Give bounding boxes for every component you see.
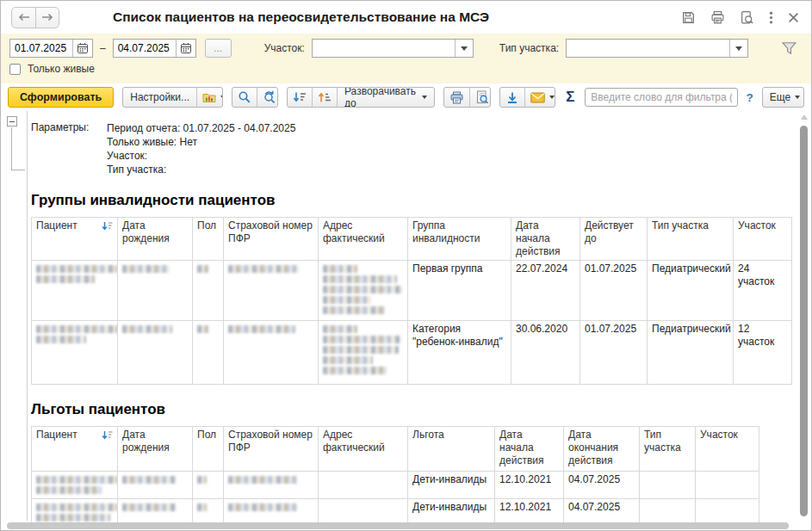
parameter-line: Только живые: Нет	[107, 135, 295, 149]
forward-button[interactable]	[35, 8, 59, 28]
cell-snils-redacted	[224, 321, 319, 385]
find-button[interactable]	[232, 88, 257, 107]
expand-all-button[interactable]	[312, 88, 337, 107]
period-more-button[interactable]: ...	[205, 39, 232, 58]
window-menu-button[interactable]	[769, 10, 773, 25]
printer-icon	[449, 91, 464, 104]
date-to-calendar-button[interactable]	[176, 40, 195, 57]
horizontal-scrollbar[interactable]	[3, 522, 796, 530]
expand-group: Разворачивать до	[287, 87, 435, 108]
date-from-calendar-button[interactable]	[72, 40, 92, 57]
disability-groups-table: Пациент Дата рождения Пол Страховой номе…	[31, 217, 792, 385]
settings-button[interactable]: Настройки...	[123, 88, 196, 107]
area-dropdown-button[interactable]	[455, 40, 472, 57]
parameter-line: Участок:	[107, 149, 295, 163]
table-header-row: Пациент Дата рождения Пол Страховой номе…	[32, 427, 759, 472]
arrow-right-icon	[41, 13, 53, 22]
table-row: Первая группа 22.07.2024 01.07.2025 Педи…	[32, 261, 792, 321]
print-group	[443, 87, 491, 108]
email-icon	[530, 92, 545, 103]
print-preview-button[interactable]	[469, 88, 491, 107]
cell-birthdate-redacted	[118, 472, 193, 499]
expand-to-button[interactable]: Разворачивать до	[337, 88, 434, 107]
col-header: Действует до	[580, 218, 648, 261]
date-to-field	[113, 39, 196, 58]
filter-settings-button[interactable]	[781, 41, 797, 55]
vertical-scrollbar-thumb[interactable]	[800, 126, 808, 516]
more-button[interactable]: Еще	[763, 88, 804, 107]
area-type-input[interactable]	[567, 40, 729, 57]
autosum-button[interactable]: Σ	[564, 89, 576, 106]
cell-valid-to: 01.07.2025	[580, 321, 648, 385]
close-icon	[788, 12, 799, 23]
save-file-button[interactable]	[500, 88, 524, 107]
sort-ascending-icon	[102, 430, 113, 440]
col-header: Группа инвалидности	[408, 218, 511, 261]
cell-area-type: Педиатрический	[648, 321, 734, 385]
area-input[interactable]	[313, 40, 456, 57]
printer-icon	[710, 10, 725, 25]
area-combo	[312, 39, 474, 58]
cell-valid-from: 30.06.2020	[511, 321, 580, 385]
print-report-button[interactable]	[444, 88, 469, 107]
cell-address-redacted	[319, 321, 408, 385]
quick-filter-input[interactable]	[585, 88, 737, 107]
save-button[interactable]	[681, 10, 696, 25]
save-icon	[681, 10, 696, 25]
vertical-scrollbar[interactable]	[799, 113, 809, 520]
parameters-label: Параметры:	[31, 121, 107, 176]
col-header: Адрес фактический	[319, 427, 408, 472]
more-group: Еще	[762, 87, 804, 108]
more-label: Еще	[770, 91, 790, 103]
report-toolbar: Сформировать Настройки... Р	[1, 83, 811, 111]
cell-address-empty	[319, 472, 408, 499]
preview-icon	[740, 10, 754, 25]
funnel-icon	[781, 41, 797, 55]
report-window: Список пациентов на переосвидетельствова…	[0, 0, 812, 531]
cell-area	[696, 472, 759, 499]
help-button[interactable]: ?	[747, 91, 753, 104]
expand-rows-icon	[318, 91, 332, 103]
report-variants-button[interactable]	[196, 88, 223, 107]
chevron-down-icon	[422, 96, 427, 99]
find-next-button[interactable]	[257, 88, 278, 107]
area-type-label: Тип участка:	[499, 42, 559, 54]
generate-button[interactable]: Сформировать	[8, 87, 114, 108]
collapse-all-button[interactable]	[288, 88, 312, 107]
only-alive-checkbox[interactable]	[9, 64, 21, 75]
collapse-rows-icon	[293, 91, 307, 103]
close-button[interactable]	[788, 12, 799, 23]
col-header: Пол	[193, 427, 224, 472]
date-range-separator: –	[100, 42, 106, 54]
download-icon	[505, 91, 519, 104]
send-email-button[interactable]	[524, 88, 555, 107]
date-from-input[interactable]	[10, 40, 72, 57]
cell-area-type: Педиатрический	[648, 261, 734, 321]
group-tree-corner	[11, 170, 25, 170]
back-button[interactable]	[12, 8, 35, 28]
col-header: Дата окончания действия	[564, 427, 640, 472]
area-type-dropdown-button[interactable]	[729, 40, 747, 57]
date-to-input[interactable]	[114, 40, 176, 57]
report-parameters: Параметры: Период отчета: 01.07.2025 - 0…	[31, 111, 785, 176]
preview-button[interactable]	[740, 10, 754, 25]
horizontal-scrollbar-thumb[interactable]	[7, 522, 789, 529]
report-left-border	[27, 111, 28, 521]
titlebar-actions	[681, 10, 801, 25]
col-header: Страховой номер ПФР	[224, 218, 319, 261]
chevron-down-icon	[735, 46, 742, 51]
collapse-group-button[interactable]	[7, 116, 17, 127]
arrow-left-icon	[18, 13, 30, 22]
export-group	[499, 87, 555, 108]
benefits-table: Пациент Дата рождения Пол Страховой номе…	[31, 426, 759, 527]
date-from-field	[9, 39, 93, 58]
col-header-patient[interactable]: Пациент	[32, 427, 118, 472]
col-header: Пол	[193, 218, 224, 261]
cell-sex-redacted	[193, 472, 224, 499]
chevron-down-icon	[461, 46, 468, 51]
scroll-up-icon	[801, 114, 808, 120]
parameter-line: Тип участка:	[107, 163, 295, 176]
col-header-patient[interactable]: Пациент	[32, 218, 118, 261]
print-button[interactable]	[710, 10, 725, 25]
only-alive-label: Только живые	[28, 63, 95, 75]
